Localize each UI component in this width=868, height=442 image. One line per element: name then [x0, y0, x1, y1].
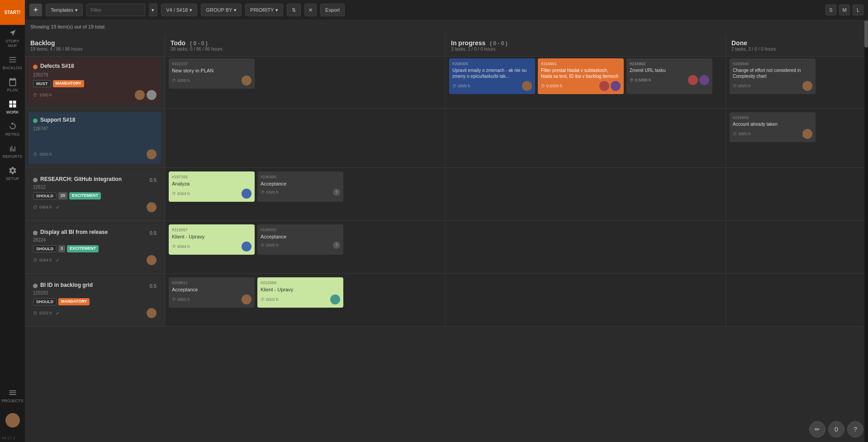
excitement-tag: EXCITEMENT [69, 192, 101, 200]
avatar-brown [147, 255, 157, 265]
bi-backlog-done-cell [726, 274, 866, 326]
mandatory-tag: MANDATORY [53, 80, 84, 87]
inprogress-meta: 3 tasks, 1 / 0 / 0 hours [451, 47, 720, 52]
sidebar-item-projects[interactable]: PROJECTS [0, 385, 25, 407]
done-card-209849[interactable]: #209849 Change of effort not considered … [730, 58, 816, 94]
avatar-brown [147, 149, 157, 159]
support-backlog-card[interactable]: Support S#18 126747 ⏱ 3/0/0 h [28, 112, 161, 164]
todo-card-196502[interactable]: #196502 Acceptance ⏱ 0/0/0 h ? [257, 224, 343, 255]
filter-input[interactable] [86, 4, 145, 16]
epic-bi-release-row: Display all BI from release 0.5 28224 SH… [25, 221, 868, 274]
research-tags: SHOULD 20 EXCITEMENT [33, 192, 157, 200]
inprogress-title: In progress ( 0 - 0 ) [451, 39, 720, 47]
bi-release-backlog-card[interactable]: Display all BI from release 0.5 28224 SH… [28, 224, 161, 270]
sidebar-item-reports[interactable]: REPORTS [0, 140, 25, 162]
group-by-button[interactable]: GROUP BY ▾ [201, 4, 242, 16]
bi-backlog-inprogress-cell [446, 274, 726, 326]
epic-support-row: Support S#18 126747 ⏱ 3/0/0 h #216903 Ac… [25, 109, 868, 168]
todo-header: Todo ( 0 - 0 ) 39 tasks, 0 / 86 / 86 hou… [165, 35, 446, 56]
card-avatar [599, 81, 609, 91]
defects-todo-cell: #222107 New story in PLAN ⏱ 0/0/0 h [165, 55, 446, 108]
todo-card-196495[interactable]: #196495 Acceptance ⏱ 0/0/0 h ? [257, 171, 343, 202]
bi-release-todo-cell: #212057 Klient - Upravy ⏱ 0/4/4 h #19650… [165, 221, 446, 273]
avatar-brown [147, 202, 157, 212]
done-meta: 2 tasks, 3 / 0 / 0 hours [731, 47, 861, 52]
todo-card-209811[interactable]: #209811 Acceptance ⏱ 0/0/0 h [169, 277, 255, 308]
help-button[interactable]: ? [847, 421, 863, 437]
filter-arrow[interactable]: ▾ [149, 4, 157, 16]
sort-button[interactable]: ⇅ [287, 4, 301, 16]
defects-inprogress-cell: #208305 Upravit emaily o zmenach - ak ni… [446, 55, 726, 108]
done-header: Done 2 tasks, 3 / 0 / 0 hours [726, 35, 866, 56]
user-avatar[interactable] [5, 413, 20, 428]
bi-backlog-tags: SHOULD MANDATORY [33, 298, 157, 305]
sidebar-item-setup[interactable]: SETUP [0, 162, 25, 185]
bi-backlog-todo-cell: #209811 Acceptance ⏱ 0/0/0 h #212059 Kli… [165, 274, 446, 326]
card-avatar2 [611, 81, 621, 91]
avatar-brown [135, 90, 145, 100]
scrollbar-thumb[interactable] [864, 20, 868, 48]
card-avatar [802, 81, 812, 91]
must-tag: MUST [33, 80, 51, 87]
status-bar: Showing 19 item(s) out of 19 total. [25, 20, 868, 33]
inprogress-card-216901[interactable]: #216901 Filter prestal hladat v subtasko… [538, 58, 624, 94]
size-medium-button[interactable]: M [839, 5, 850, 15]
epic-research-row: RESEARCH: GitHub integration 0.5 12612 S… [25, 168, 868, 221]
size-small-button[interactable]: S [825, 5, 836, 15]
bi-backlog-backlog-cell: BI ID in backlog grid 0.5 120293 SHOULD … [25, 274, 165, 326]
epic-defects-row: Defects S#18 120279 MUST MANDATORY ⏱ 1/0… [25, 55, 868, 109]
avatar-brown [147, 308, 157, 318]
todo-card-212057[interactable]: #212057 Klient - Upravy ⏱ 0/4/4 h [169, 224, 255, 255]
help-icon: ? [333, 242, 340, 249]
main-content: Showing 19 item(s) out of 19 total. Back… [25, 20, 868, 442]
sidebar-item-retro[interactable]: RETRO [0, 118, 25, 140]
bi-backlog-card[interactable]: BI ID in backlog grid 0.5 120293 SHOULD … [28, 277, 161, 323]
research-backlog-card[interactable]: RESEARCH: GitHub integration 0.5 12612 S… [28, 171, 161, 217]
size-large-button[interactable]: L [853, 5, 863, 15]
epic-bi-backlog-row: BI ID in backlog grid 0.5 120293 SHOULD … [25, 274, 868, 327]
card-avatar [330, 295, 340, 304]
todo-card-212059[interactable]: #212059 Klient - Upravy ⏱ 0/2/2 h [257, 277, 343, 308]
todo-card-197155[interactable]: #197155 Analyza ⏱ 0/4/4 h [169, 171, 255, 202]
support-backlog-cell: Support S#18 126747 ⏱ 3/0/0 h [25, 109, 165, 167]
bi-backlog-epic-dot [33, 284, 38, 288]
inprogress-card-208305[interactable]: #208305 Upravit emaily o zmenach - ak ni… [449, 58, 535, 94]
card-avatar [242, 295, 251, 304]
sprint-button[interactable]: V4 / S#18 ▾ [161, 4, 197, 16]
bi-release-backlog-cell: Display all BI from release 0.5 28224 SH… [25, 221, 165, 273]
epic-dot [33, 65, 38, 69]
defects-backlog-card[interactable]: Defects S#18 120279 MUST MANDATORY ⏱ 1/0… [28, 58, 161, 105]
backlog-title: Backlog [30, 39, 159, 47]
card-avatar [242, 76, 251, 86]
size-controls: S M L [825, 5, 863, 15]
templates-button[interactable]: Templates ▾ [46, 4, 83, 16]
card-avatar2 [699, 75, 709, 85]
inprogress-card-216902[interactable]: #216902 Zmenit URL tasku ⏱ 0.5/0/0 h [626, 58, 712, 94]
card-avatar [242, 189, 251, 199]
add-button[interactable]: + [29, 4, 42, 16]
topbar: + Templates ▾ ▾ V4 / S#18 ▾ GROUP BY ▾ P… [25, 0, 868, 20]
sidebar-item-backlog[interactable]: BACKLOG [0, 52, 25, 74]
help-icon: ? [333, 189, 340, 196]
app-logo[interactable]: START! [0, 0, 25, 25]
zero-button[interactable]: 0 [828, 421, 844, 437]
export-button[interactable]: Export [320, 4, 345, 16]
avatar-gray [147, 90, 157, 100]
todo-meta: 39 tasks, 0 / 86 / 86 hours [171, 47, 440, 52]
priority-button[interactable]: PRIORITY ▾ [245, 4, 283, 16]
close-filter-button[interactable]: ✕ [304, 4, 317, 16]
defects-backlog-cell: Defects S#18 120279 MUST MANDATORY ⏱ 1/0… [25, 55, 165, 108]
sidebar-item-work[interactable]: WORK [0, 96, 25, 118]
card-avatar [688, 75, 698, 85]
sidebar-bottom: PROJECTS v4.17.2 [0, 385, 25, 442]
sidebar-item-story-map[interactable]: STORY MAP [0, 25, 25, 52]
edit-button[interactable]: ✏ [809, 421, 825, 437]
board-headers: Backlog 19 items, 4 / 86 / 86 hours Todo… [25, 35, 868, 57]
sidebar-item-plan[interactable]: PLAN [0, 74, 25, 96]
bi-release-done-cell [726, 221, 866, 273]
todo-card-222107[interactable]: #222107 New story in PLAN ⏱ 0/0/0 h [169, 58, 255, 89]
should-num-tag: 20 [58, 192, 67, 200]
defects-done-cell: #209849 Change of effort not considered … [726, 55, 866, 108]
done-title: Done [731, 39, 861, 47]
done-card-216903[interactable]: #216903 Account already taken ⏱ 3/0/0 h [730, 112, 816, 142]
